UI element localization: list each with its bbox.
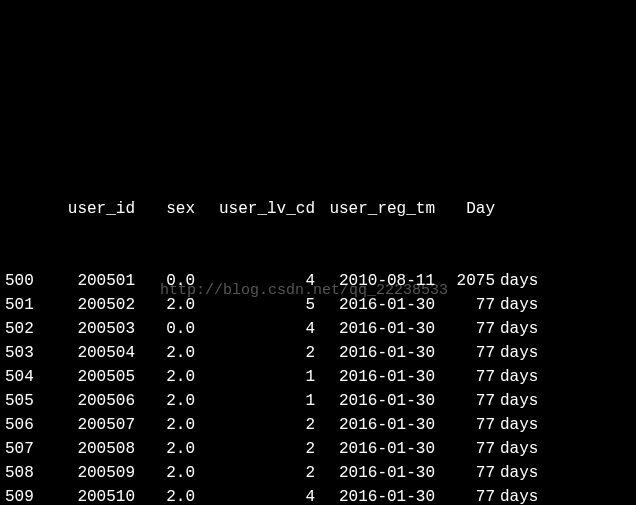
cell-user_reg_tm: 2010-08-11 xyxy=(315,269,435,293)
cell-user_reg_tm: 2016-01-30 xyxy=(315,461,435,485)
cell-sex: 0.0 xyxy=(135,317,195,341)
cell-day: 77 xyxy=(435,293,495,317)
cell-day: 77 xyxy=(435,317,495,341)
header-sex: sex xyxy=(135,197,195,221)
header-user-reg-tm: user_reg_tm xyxy=(315,197,435,221)
table-row: 5062005072.022016-01-3077days xyxy=(5,413,631,437)
cell-user_id: 200504 xyxy=(45,341,135,365)
cell-user_lv_cd: 2 xyxy=(195,461,315,485)
table-row: 5022005030.042016-01-3077days xyxy=(5,317,631,341)
cell-day: 77 xyxy=(435,461,495,485)
cell-idx: 508 xyxy=(5,461,45,485)
cell-user_lv_cd: 1 xyxy=(195,365,315,389)
cell-idx: 505 xyxy=(5,389,45,413)
cell-days: days xyxy=(495,317,550,341)
header-index xyxy=(5,197,45,221)
cell-days: days xyxy=(495,437,550,461)
cell-user_lv_cd: 2 xyxy=(195,413,315,437)
cell-user_id: 200503 xyxy=(45,317,135,341)
cell-user_reg_tm: 2016-01-30 xyxy=(315,293,435,317)
cell-idx: 500 xyxy=(5,269,45,293)
cell-days: days xyxy=(495,485,550,505)
cell-user_reg_tm: 2016-01-30 xyxy=(315,437,435,461)
cell-user_reg_tm: 2016-01-30 xyxy=(315,485,435,505)
cell-sex: 2.0 xyxy=(135,365,195,389)
cell-idx: 509 xyxy=(5,485,45,505)
cell-days: days xyxy=(495,461,550,485)
cell-day: 77 xyxy=(435,413,495,437)
cell-days: days xyxy=(495,269,550,293)
header-user-lv-cd: user_lv_cd xyxy=(195,197,315,221)
cell-user_lv_cd: 4 xyxy=(195,485,315,505)
cell-day: 77 xyxy=(435,437,495,461)
header-user-id: user_id xyxy=(45,197,135,221)
table-header: user_id sex user_lv_cd user_reg_tm Day xyxy=(5,197,631,221)
cell-user_lv_cd: 4 xyxy=(195,317,315,341)
cell-idx: 503 xyxy=(5,341,45,365)
cell-days: days xyxy=(495,389,550,413)
cell-user_lv_cd: 2 xyxy=(195,437,315,461)
dataframe-output: user_id sex user_lv_cd user_reg_tm Day 5… xyxy=(5,149,631,505)
cell-idx: 501 xyxy=(5,293,45,317)
cell-day: 77 xyxy=(435,485,495,505)
cell-user_id: 200509 xyxy=(45,461,135,485)
table-row: 5002005010.042010-08-112075days xyxy=(5,269,631,293)
cell-sex: 0.0 xyxy=(135,269,195,293)
cell-user_reg_tm: 2016-01-30 xyxy=(315,317,435,341)
header-day: Day xyxy=(435,197,495,221)
cell-day: 77 xyxy=(435,341,495,365)
cell-user_id: 200510 xyxy=(45,485,135,505)
table-row: 5032005042.022016-01-3077days xyxy=(5,341,631,365)
header-days xyxy=(495,197,550,221)
cell-idx: 506 xyxy=(5,413,45,437)
cell-sex: 2.0 xyxy=(135,341,195,365)
cell-user_lv_cd: 1 xyxy=(195,389,315,413)
cell-user_reg_tm: 2016-01-30 xyxy=(315,389,435,413)
cell-day: 77 xyxy=(435,389,495,413)
cell-user_reg_tm: 2016-01-30 xyxy=(315,341,435,365)
cell-idx: 502 xyxy=(5,317,45,341)
cell-day: 2075 xyxy=(435,269,495,293)
cell-sex: 2.0 xyxy=(135,485,195,505)
cell-user_id: 200502 xyxy=(45,293,135,317)
cell-days: days xyxy=(495,413,550,437)
table-row: 5012005022.052016-01-3077days xyxy=(5,293,631,317)
cell-user_id: 200505 xyxy=(45,365,135,389)
table-row: 5082005092.022016-01-3077days xyxy=(5,461,631,485)
cell-user_lv_cd: 4 xyxy=(195,269,315,293)
table-row: 5072005082.022016-01-3077days xyxy=(5,437,631,461)
cell-user_id: 200501 xyxy=(45,269,135,293)
cell-idx: 504 xyxy=(5,365,45,389)
table-row: 5092005102.042016-01-3077days xyxy=(5,485,631,505)
cell-sex: 2.0 xyxy=(135,461,195,485)
cell-day: 77 xyxy=(435,365,495,389)
cell-days: days xyxy=(495,365,550,389)
cell-user_lv_cd: 2 xyxy=(195,341,315,365)
table-row: 5052005062.012016-01-3077days xyxy=(5,389,631,413)
cell-sex: 2.0 xyxy=(135,413,195,437)
cell-sex: 2.0 xyxy=(135,437,195,461)
cell-user_id: 200507 xyxy=(45,413,135,437)
cell-days: days xyxy=(495,293,550,317)
cell-days: days xyxy=(495,341,550,365)
cell-user_reg_tm: 2016-01-30 xyxy=(315,413,435,437)
cell-user_lv_cd: 5 xyxy=(195,293,315,317)
table-row: 5042005052.012016-01-3077days xyxy=(5,365,631,389)
cell-idx: 507 xyxy=(5,437,45,461)
cell-sex: 2.0 xyxy=(135,389,195,413)
cell-user_reg_tm: 2016-01-30 xyxy=(315,365,435,389)
cell-sex: 2.0 xyxy=(135,293,195,317)
cell-user_id: 200506 xyxy=(45,389,135,413)
cell-user_id: 200508 xyxy=(45,437,135,461)
